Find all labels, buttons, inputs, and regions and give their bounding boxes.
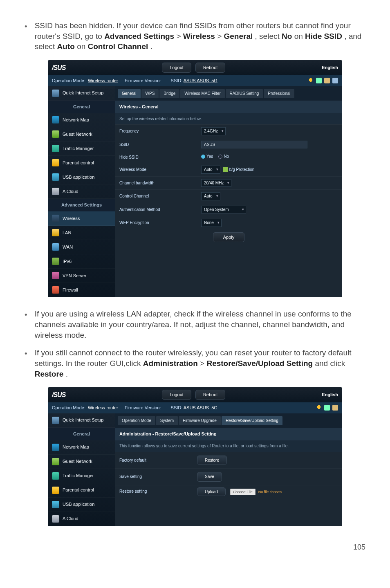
channel-bandwidth-select[interactable]: 20/40 MHz <box>201 179 231 187</box>
text-bold: Restore <box>35 370 64 378</box>
text: > <box>200 359 206 368</box>
status-line: Operation Mode: Wireless router Firmware… <box>48 75 342 86</box>
tab-radius[interactable]: RADIUS Setting <box>226 89 263 99</box>
sidebar-item-network-map[interactable]: Network Map <box>48 440 115 455</box>
sidebar-item-traffic-manager[interactable]: Traffic Manager <box>48 141 115 156</box>
sidebar-item-ipv6[interactable]: IPv6 <box>48 254 115 269</box>
control-channel-select[interactable]: Auto <box>201 192 220 200</box>
page-number: 105 <box>25 538 365 552</box>
sidebar-item-usb-application[interactable]: USB application <box>48 498 115 512</box>
wireless-mode-select[interactable]: Auto <box>201 166 220 174</box>
sidebar-item-network-map[interactable]: Network Map <box>48 113 115 127</box>
sidebar-item-label: AiCloud <box>63 189 78 195</box>
text-bold: Hide SSID <box>305 32 342 40</box>
text: on <box>294 32 305 40</box>
text: SSID: <box>171 405 183 410</box>
logout-button[interactable]: Logout <box>162 63 191 73</box>
sidebar-qis[interactable]: Quick Internet Setup <box>48 86 115 101</box>
bg-protection-checkbox[interactable] <box>223 167 228 172</box>
sidebar-item-wireless[interactable]: Wireless <box>48 211 115 226</box>
usb-icon <box>52 173 59 181</box>
sidebar-item-label: LAN <box>63 230 71 236</box>
sidebar-item-vpn-server[interactable]: VPN Server <box>48 269 115 283</box>
text-bold: Wireless <box>183 32 215 40</box>
sidebar-item-label: Firewall <box>63 287 78 293</box>
tab-system[interactable]: System <box>156 416 178 426</box>
choose-file-button[interactable]: Choose File <box>230 489 256 495</box>
sidebar-item-usb-application[interactable]: USB application <box>48 170 115 184</box>
save-setting-label: Save setting <box>119 474 185 480</box>
sidebar-item-wan[interactable]: WAN <box>48 240 115 254</box>
tab-mac-filter[interactable]: Wireless MAC Filter <box>180 89 224 99</box>
text: on <box>77 42 87 51</box>
sidebar-item-aicloud[interactable]: AiCloud <box>48 512 115 526</box>
status-icons <box>316 405 338 411</box>
screenshot-administration-restore: /SUS Logout Reboot English Operation Mod… <box>48 387 342 526</box>
auth-method-select[interactable]: Open System <box>201 206 246 214</box>
sidebar-item-parental-control[interactable]: Parental control <box>48 156 115 170</box>
tab-operation-mode[interactable]: Operation Mode <box>118 416 155 426</box>
op-mode-link[interactable]: Wireless router <box>88 78 118 84</box>
cloud-icon <box>52 188 59 195</box>
sidebar: Quick Internet Setup General Network Map… <box>48 413 115 526</box>
tab-professional[interactable]: Professional <box>264 89 294 99</box>
main-panel: Operation Mode System Firmware Upgrade R… <box>115 413 342 526</box>
tab-firmware-upgrade[interactable]: Firmware Upgrade <box>179 416 221 426</box>
hide-ssid-label: Hide SSID <box>119 155 201 160</box>
factory-default-label: Factory default <box>119 458 185 463</box>
restore-button[interactable]: Restore <box>197 456 227 465</box>
lan-icon <box>52 229 59 236</box>
tab-restore-save-upload[interactable]: Restore/Save/Upload Setting <box>222 416 282 426</box>
sidebar-item-firewall[interactable]: Firewall <box>48 283 115 297</box>
text-bold: Auto <box>57 42 75 51</box>
save-button[interactable]: Save <box>197 472 222 482</box>
status-icons <box>308 78 338 83</box>
reboot-button[interactable]: Reboot <box>195 390 225 400</box>
sidebar-item-guest-network[interactable]: Guest Network <box>48 127 115 141</box>
sidebar-section-general: General <box>48 428 115 440</box>
traffic-icon <box>52 145 59 152</box>
ssid-link[interactable]: ASUS ASUS_5G <box>184 78 217 83</box>
ssid-link[interactable]: ASUS ASUS_5G <box>184 405 217 410</box>
usb-icon <box>52 501 59 508</box>
sidebar-item-traffic-manager[interactable]: Traffic Manager <box>48 469 115 483</box>
tab-bridge[interactable]: Bridge <box>159 89 179 99</box>
sidebar-item-guest-network[interactable]: Guest Network <box>48 455 115 469</box>
lock-icon <box>52 487 59 494</box>
hide-ssid-no[interactable]: No <box>218 154 229 159</box>
cloud-icon <box>52 515 59 523</box>
language-selector[interactable]: English <box>322 392 338 398</box>
op-mode-label: Operation Mode: <box>52 78 85 84</box>
bullet-wlan-adapter: If you are using a wireless LAN adapter,… <box>35 309 365 340</box>
topbar: /SUS Logout Reboot English <box>48 60 342 75</box>
sidebar-item-parental-control[interactable]: Parental control <box>48 483 115 498</box>
mail-icon <box>316 78 322 83</box>
reboot-button[interactable]: Reboot <box>195 63 225 73</box>
tab-general[interactable]: General <box>118 89 141 99</box>
sidebar-qis[interactable]: Quick Internet Setup <box>48 413 115 428</box>
tab-bar: General WPS Bridge Wireless MAC Filter R… <box>115 86 342 101</box>
user-icon <box>316 405 322 411</box>
wep-encryption-select[interactable]: None <box>201 219 222 227</box>
panel-subtitle: This function allows you to save current… <box>115 440 342 452</box>
logout-button[interactable]: Logout <box>162 390 191 400</box>
upload-button[interactable]: Upload <box>197 487 226 496</box>
map-icon <box>52 444 59 451</box>
sidebar-item-label: Quick Internet Setup <box>63 417 103 423</box>
op-mode-link[interactable]: Wireless router <box>88 405 118 411</box>
ssid-input[interactable]: ASUS <box>201 141 307 149</box>
language-selector[interactable]: English <box>322 65 338 71</box>
sidebar-item-lan[interactable]: LAN <box>48 226 115 240</box>
mail-icon <box>324 405 330 411</box>
radio-label: No <box>224 154 229 159</box>
tab-wps[interactable]: WPS <box>141 89 159 99</box>
sidebar-item-aicloud[interactable]: AiCloud <box>48 184 115 199</box>
hide-ssid-yes[interactable]: Yes <box>201 154 213 159</box>
map-icon <box>52 116 59 123</box>
sidebar-item-label: Wireless <box>63 215 80 222</box>
sidebar-item-label: Guest Network <box>63 458 92 465</box>
screenshot-wireless-general: /SUS Logout Reboot English Operation Mod… <box>48 60 342 297</box>
apply-button[interactable]: Apply <box>213 232 245 242</box>
sidebar-item-label: Quick Internet Setup <box>63 90 103 96</box>
frequency-select[interactable]: 2.4GHz <box>201 127 226 135</box>
